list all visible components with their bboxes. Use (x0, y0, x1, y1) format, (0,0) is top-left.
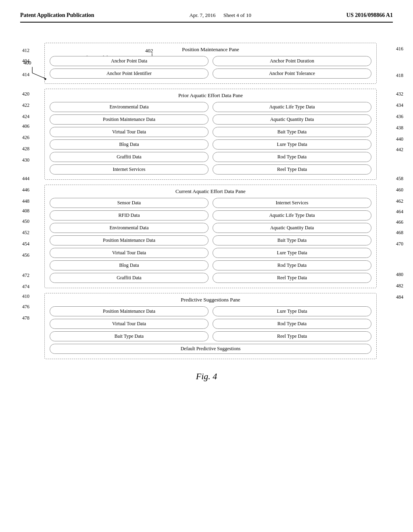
lure-type-data-4: Lure Type Data (213, 306, 371, 316)
label-458: 458 (396, 176, 403, 182)
publication-date: Apr. 7, 2016 (189, 12, 215, 18)
header: Patent Application Publication Apr. 7, 2… (20, 12, 393, 23)
aquatic-quantity-data-3: Aquatic Quantity Data (213, 223, 371, 233)
aquatic-quantity-data-2: Aquatic Quantity Data (213, 114, 371, 125)
pane-4-row-1: Position Maintenance Data Lure Type Data (50, 306, 371, 316)
label-464: 464 (396, 209, 403, 215)
reel-type-data-2: Reel Type Data (213, 164, 371, 175)
label-422: 422 (22, 102, 29, 108)
graffiti-data-3: Graffiti Data (50, 273, 209, 283)
label-416: 416 (396, 46, 403, 52)
label-410: 410 (22, 293, 29, 299)
label-436: 436 (396, 114, 403, 120)
lure-type-data-2: Lure Type Data (213, 139, 371, 150)
sensor-data-3: Sensor Data (50, 198, 209, 208)
pane-3-row-7: Graffiti Data Reel Type Data (50, 273, 371, 283)
virtual-tour-data-3: Virtual Tour Data (50, 248, 209, 258)
label-478: 478 (22, 315, 29, 321)
fig-caption: Fig. 4 (20, 371, 393, 382)
bait-type-data-4: Bait Type Data (50, 331, 209, 341)
label-428: 428 (22, 146, 29, 152)
label-470: 470 (396, 241, 403, 247)
pane-3-title: Current Aquatic Effort Data Pane (50, 188, 371, 195)
bait-type-data-3: Bait Type Data (213, 235, 371, 245)
label-456: 456 (22, 252, 29, 258)
header-center: Apr. 7, 2016 Sheet 4 of 10 (189, 12, 251, 19)
pane-2-row-3: Virtual Tour Data Bait Type Data (50, 127, 371, 137)
label-452: 452 (22, 230, 29, 236)
label-468: 468 (396, 230, 403, 236)
label-440: 440 (396, 136, 403, 142)
label-484: 484 (396, 294, 403, 300)
pane-1-row-2: Anchor Point Identifier Anchor Point Tol… (50, 69, 371, 79)
virtual-tour-data-2: Virtual Tour Data (50, 127, 209, 137)
pane-2-title: Prior Aquatic Effort Data Pane (50, 92, 371, 99)
pane-2-row-2: Position Maintenance Data Aquatic Quanti… (50, 114, 371, 125)
pane-2-rows: Environmental Data Aquatic Life Type Dat… (50, 102, 371, 175)
diagram-area: 400 402 Interface Module 412 404 414 (44, 43, 377, 359)
position-maintenance-data-2: Position Maintenance Data (50, 114, 209, 125)
pane-3-row-3: Environmental Data Aquatic Quantity Data (50, 223, 371, 233)
blog-data-3: Blog Data (50, 260, 209, 270)
position-maintenance-data-4: Position Maintenance Data (50, 306, 209, 316)
pane-3-row-2: RFID Data Aquatic Life Type Data (50, 210, 371, 220)
virtual-tour-data-4: Virtual Tour Data (50, 319, 209, 329)
label-426: 426 (22, 135, 29, 141)
predictive-suggestions-pane: Predictive Suggestions Pane Position Mai… (44, 293, 377, 359)
label-434: 434 (396, 102, 403, 108)
pane-1-title: Position Maintenance Pane (50, 46, 371, 53)
pane-3-row-6: Blog Data Rod Type Data (50, 260, 371, 270)
label-460: 460 (396, 187, 403, 193)
label-462: 462 (396, 198, 403, 204)
anchor-point-identifier: Anchor Point Identifier (50, 69, 209, 79)
page: Patent Application Publication Apr. 7, 2… (0, 0, 413, 532)
pane-4-row-2: Virtual Tour Data Rod Type Data (50, 319, 371, 329)
position-maintenance-data-3: Position Maintenance Data (50, 235, 209, 245)
label-432: 432 (396, 91, 403, 97)
rod-type-data-2: Rod Type Data (213, 152, 371, 162)
outer-container: 412 404 414 420 422 424 406 426 428 430 … (44, 43, 377, 359)
label-482: 482 (396, 283, 403, 289)
pane-3-rows: Sensor Data Internet Services RFID Data … (50, 198, 371, 283)
blog-data-2: Blog Data (50, 139, 209, 150)
label-424: 424 (22, 114, 29, 120)
label-438: 438 (396, 125, 403, 131)
label-454: 454 (22, 241, 29, 247)
default-predictive-suggestions: Default Predictive Suggestions (50, 344, 371, 354)
label-404: 404 (22, 58, 29, 64)
label-420: 420 (22, 91, 29, 97)
pane-3-row-1: Sensor Data Internet Services (50, 198, 371, 208)
anchor-point-tolerance: Anchor Point Tolerance (213, 69, 371, 79)
label-414: 414 (22, 72, 29, 78)
label-480: 480 (396, 272, 403, 278)
label-474: 474 (22, 284, 29, 290)
label-418: 418 (396, 73, 403, 79)
current-aquatic-effort-pane: Current Aquatic Effort Data Pane Sensor … (44, 185, 377, 288)
label-408: 408 (22, 208, 29, 214)
label-444: 444 (22, 176, 29, 182)
pane-2-row-5: Graffiti Data Rod Type Data (50, 152, 371, 162)
position-maintenance-pane: Position Maintenance Pane Anchor Point D… (44, 43, 377, 84)
internet-services-3: Internet Services (213, 198, 371, 208)
environmental-data-3: Environmental Data (50, 223, 209, 233)
pane-4-row-3: Bait Type Data Reel Type Data (50, 331, 371, 341)
aquatic-life-type-data-2: Aquatic Life Type Data (213, 102, 371, 112)
pane-2-row-6: Internet Services Reel Type Data (50, 164, 371, 175)
aquatic-life-type-data-3: Aquatic Life Type Data (213, 210, 371, 220)
label-448: 448 (22, 198, 29, 204)
label-412: 412 (22, 48, 29, 54)
pane-4-rows: Position Maintenance Data Lure Type Data… (50, 306, 371, 354)
pane-2-row-1: Environmental Data Aquatic Life Type Dat… (50, 102, 371, 112)
pane-4-title: Predictive Suggestions Pane (50, 297, 371, 303)
rod-type-data-3: Rod Type Data (213, 260, 371, 270)
pane-4-row-4: Default Predictive Suggestions (50, 344, 371, 354)
pane-3-row-4: Position Maintenance Data Bait Type Data (50, 235, 371, 245)
anchor-point-data: Anchor Point Data (50, 56, 209, 66)
rod-type-data-4: Rod Type Data (213, 319, 371, 329)
bait-type-data-2: Bait Type Data (213, 127, 371, 137)
rfid-data-3: RFID Data (50, 210, 209, 220)
header-left: Patent Application Publication (20, 12, 94, 19)
environmental-data-2: Environmental Data (50, 102, 209, 112)
label-446: 446 (22, 187, 29, 193)
pane-1-rows: Anchor Point Data Anchor Point Duration … (50, 56, 371, 79)
